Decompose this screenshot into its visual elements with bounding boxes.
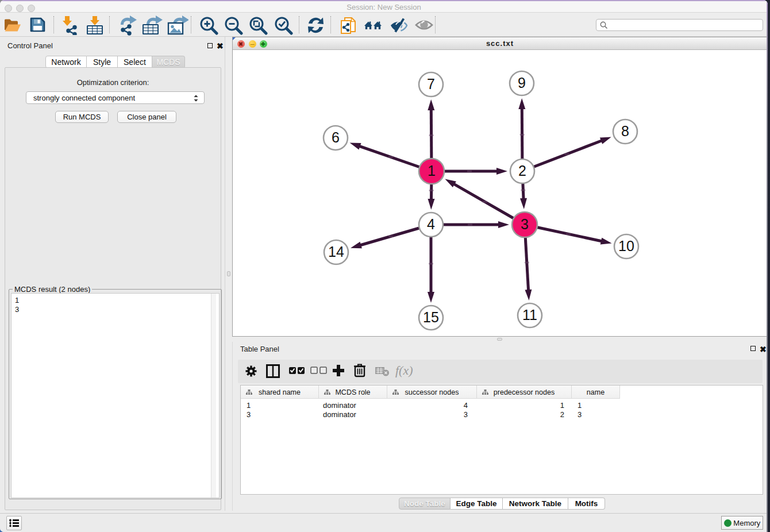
svg-text:4: 4 — [427, 216, 435, 232]
svg-text:15: 15 — [423, 309, 439, 325]
svg-text:9: 9 — [518, 75, 526, 91]
svg-text:2: 2 — [518, 163, 526, 179]
svg-text:8: 8 — [621, 123, 629, 139]
svg-text:6: 6 — [332, 129, 340, 145]
svg-text:3: 3 — [521, 216, 529, 232]
svg-text:14: 14 — [328, 244, 344, 260]
svg-text:1: 1 — [428, 163, 436, 179]
svg-text:7: 7 — [427, 76, 435, 92]
svg-text:11: 11 — [522, 307, 537, 323]
svg-text:10: 10 — [618, 238, 634, 254]
